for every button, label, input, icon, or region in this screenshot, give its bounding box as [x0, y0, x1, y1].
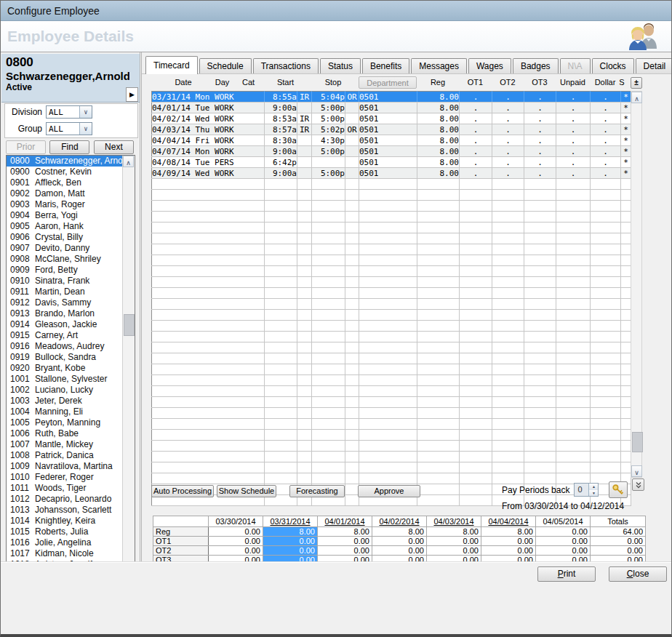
tab-messages[interactable]: Messages	[411, 58, 467, 74]
employee-list-item[interactable]: 0901Affleck, Ben	[7, 177, 123, 188]
find-button[interactable]: Find	[49, 140, 89, 154]
timecard-row[interactable]: 04/02/14 Wed WORK8:53aIR5:00p 05018.00..…	[152, 113, 631, 124]
timecard-cell: .	[460, 113, 492, 124]
spinner-up-icon[interactable]: ▲	[588, 484, 598, 490]
employee-list-item[interactable]: 1014Knightley, Keira	[7, 516, 123, 526]
totals-col-03-31-2014[interactable]: 03/31/2014	[263, 516, 318, 527]
employee-list-item[interactable]: 0911Martin, Dean	[7, 287, 123, 297]
employee-list-item[interactable]: 1006Ruth, Babe	[7, 428, 123, 439]
employee-list-item[interactable]: 0903Maris, Roger	[7, 199, 123, 210]
scroll-down-icon[interactable]: ∨	[631, 465, 642, 477]
column-header-start: Start	[264, 78, 307, 87]
employee-list-item[interactable]: 0913Brando, Marlon	[7, 308, 123, 319]
employee-list-item[interactable]: 1007Mantle, Mickey	[7, 439, 123, 450]
window-titlebar[interactable]: Configure Employee	[1, 1, 671, 21]
timecard-row[interactable]: 04/03/14 Thu WORK8:57aIR5:02pOR05018.00.…	[152, 124, 631, 135]
tab-wages[interactable]: Wages	[468, 58, 511, 74]
employee-list-item[interactable]: 0905Aaron, Hank	[7, 221, 123, 232]
employee-list-item[interactable]: 1010Federer, Roger	[7, 472, 123, 483]
tab-clocks[interactable]: Clocks	[592, 58, 634, 74]
tab-status[interactable]: Status	[320, 58, 361, 74]
employee-list-item[interactable]: 0908McClane, Shriley	[7, 254, 123, 265]
division-select[interactable]: ALL ∨	[46, 105, 92, 119]
totals-corner	[153, 516, 209, 527]
employee-list-item[interactable]: 0904Berra, Yogi	[7, 210, 123, 221]
scroll-to-top-button[interactable]: ±	[631, 77, 642, 89]
scroll-up-icon[interactable]: ∧	[631, 92, 642, 103]
timecard-row[interactable]: 04/09/14 Wed WORK9:00a 5:00p 05018.00...…	[152, 168, 631, 179]
employee-list-item[interactable]: 1001Stallone, Sylvester	[7, 374, 123, 385]
tab-transactions[interactable]: Transactions	[253, 58, 319, 74]
spinner-down-icon[interactable]: ▼	[588, 490, 598, 497]
employee-list-item[interactable]: 0902Damon, Matt	[7, 188, 123, 199]
employee-list-item[interactable]: 1008Patrick, Danica	[7, 450, 123, 461]
timecard-scrollbar[interactable]: ∧ ∨	[631, 91, 642, 478]
column-header-department-button[interactable]: Department	[359, 76, 417, 89]
employee-list-item[interactable]: 0907Devito, Danny	[7, 243, 123, 254]
show-schedule-button[interactable]: Show Schedule	[217, 485, 276, 497]
chevron-down-icon[interactable]: ∨	[79, 123, 92, 135]
employee-list-item[interactable]: 1011Woods, Tiger	[7, 483, 123, 494]
totals-col-04-04-2014[interactable]: 04/04/2014	[481, 516, 536, 527]
employee-item-number: 0800	[7, 156, 35, 167]
employee-list-item[interactable]: 1003Jeter, Derek	[7, 396, 123, 406]
approve-button[interactable]: Approve	[358, 485, 420, 497]
employee-list-item[interactable]: 0912Davis, Sammy	[7, 297, 123, 308]
employee-list-item[interactable]: 0900Costner, Kevin	[7, 167, 123, 177]
tab-detail[interactable]: Detail	[636, 58, 672, 74]
tab-badges[interactable]: Badges	[513, 58, 559, 74]
expand-employee-button[interactable]: ▶	[126, 87, 138, 102]
tab-schedule[interactable]: Schedule	[199, 58, 252, 74]
employee-list-item[interactable]: 1009Navratilova, Martina	[7, 461, 123, 472]
close-button[interactable]: Close	[609, 566, 667, 582]
timecard-row[interactable]: 04/07/14 Mon WORK9:00a 5:00p 05018.00...…	[152, 146, 631, 157]
prior-button[interactable]: Prior	[6, 140, 46, 154]
tab-benefits[interactable]: Benefits	[362, 58, 409, 74]
employee-item-number: 0903	[7, 199, 35, 210]
timecard-cell	[297, 135, 312, 146]
scroll-to-bottom-button[interactable]	[632, 478, 644, 491]
unlock-key-button[interactable]	[609, 481, 628, 498]
footer-bar: Print Close	[1, 561, 671, 613]
totals-col-04-02-2014[interactable]: 04/02/2014	[372, 516, 427, 527]
group-select[interactable]: ALL ∨	[46, 122, 92, 135]
chevron-down-icon[interactable]: ∨	[79, 106, 92, 118]
pay-periods-spinner[interactable]: 0 ▲ ▼	[574, 483, 599, 497]
totals-col-04-01-2014[interactable]: 04/01/2014	[318, 516, 372, 527]
employee-list-item[interactable]: 1013Johansson, Scarlett	[7, 505, 123, 516]
employee-list-item[interactable]: 1004Manning, Eli	[7, 406, 123, 417]
totals-col-04-03-2014[interactable]: 04/03/2014	[427, 516, 481, 527]
employee-list-item[interactable]: 0915Carney, Art	[7, 330, 123, 341]
timecard-row[interactable]: 03/31/14 Mon WORK8:55aIR5:04pOR05018.00.…	[152, 92, 631, 103]
tab-timecard[interactable]: Timecard	[145, 56, 198, 74]
employee-list-item[interactable]: 0914Gleason, Jackie	[7, 319, 123, 330]
employee-list-item[interactable]: 0916Meadows, Audrey	[7, 341, 123, 352]
employee-list-item[interactable]: 0910Sinatra, Frank	[7, 276, 123, 287]
employee-list-scrollbar[interactable]: ∧ ∨	[122, 156, 135, 576]
employee-list-item[interactable]: 1017Kidman, Nicole	[7, 548, 123, 559]
timecard-row[interactable]: 04/08/14 Tue PERS6:42p 05018.00.....*	[152, 157, 631, 168]
auto-processing-button[interactable]: Auto Processing	[151, 485, 214, 497]
employee-list-item[interactable]: 0906Crystal, Billy	[7, 232, 123, 243]
employee-list-item[interactable]: 1016Jolie, Angelina	[7, 537, 123, 548]
timecard-row[interactable]: 04/01/14 Tue WORK9:00a 5:00p 05018.00...…	[152, 103, 631, 113]
next-button[interactable]: Next	[94, 140, 134, 154]
timecard-cell: 8.00	[417, 135, 460, 146]
totals-row-label: OT1	[153, 537, 209, 546]
employee-list-item[interactable]: 0919Bullock, Sandra	[7, 352, 123, 363]
employee-list-item[interactable]: 1015Roberts, Julia	[7, 526, 123, 537]
scrollbar-thumb[interactable]	[632, 432, 643, 452]
employee-list-item[interactable]: 1012Decaprio, Leonardo	[7, 494, 123, 505]
employee-list-item[interactable]: 1002Luciano, Lucky	[7, 385, 123, 396]
totals-value: 0.00	[481, 537, 536, 546]
timecard-row[interactable]: 04/04/14 Fri WORK8:30a 4:30p 05018.00...…	[152, 135, 631, 146]
employee-list-item[interactable]: 0800Schwarzenegger, Arnold	[7, 156, 123, 167]
scroll-up-icon[interactable]: ∧	[123, 156, 134, 167]
scrollbar-thumb[interactable]	[124, 314, 135, 336]
employee-list-item[interactable]: 1005Peyton, Manning	[7, 417, 123, 428]
employee-list-item[interactable]: 0909Ford, Betty	[7, 265, 123, 276]
print-button[interactable]: Print	[537, 566, 596, 582]
employee-list-item[interactable]: 0920Bryant, Kobe	[7, 363, 123, 374]
forecasting-button[interactable]: Forecasting	[289, 485, 345, 497]
employee-item-number: 0916	[7, 341, 35, 352]
